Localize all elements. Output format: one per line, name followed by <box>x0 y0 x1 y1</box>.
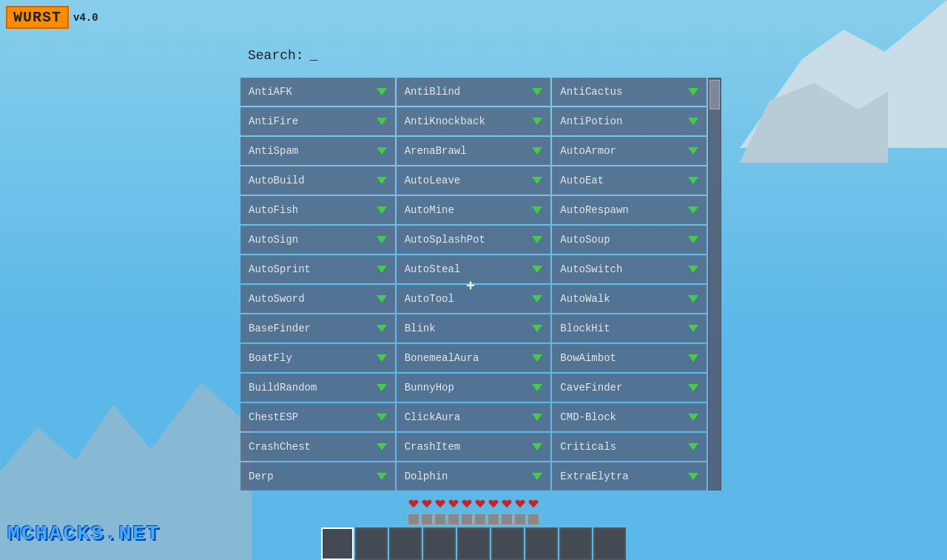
module-btn-blink[interactable]: Blink <box>397 314 551 343</box>
module-name-boatfly: BoatFly <box>249 352 292 364</box>
module-arrow-blink <box>532 325 542 332</box>
wurst-badge: WURST <box>6 6 69 29</box>
armor-9 <box>514 513 526 525</box>
module-arrow-basefinder <box>377 325 387 332</box>
module-btn-autosword[interactable]: AutoSword <box>240 285 395 313</box>
module-btn-basefinder[interactable]: BaseFinder <box>240 314 395 343</box>
module-btn-bowaimbot[interactable]: BowAimbot <box>552 344 707 372</box>
module-btn-antiafk[interactable]: AntiAFK <box>240 78 395 106</box>
armor-bar <box>408 513 539 525</box>
module-btn-antiknockback[interactable]: AntiKnockback <box>397 107 551 135</box>
scrollbar-thumb[interactable] <box>710 80 720 109</box>
module-name-autowalk: AutoWalk <box>560 293 610 305</box>
module-btn-antifire[interactable]: AntiFire <box>240 107 395 135</box>
module-arrow-autoleave <box>532 177 542 184</box>
module-arrow-autoeat <box>688 177 698 184</box>
mchacks-watermark: MCHACKS.NET <box>7 522 161 545</box>
module-name-autorespawn: AutoRespawn <box>560 204 628 216</box>
heart-5 <box>461 499 473 511</box>
module-name-blockhit: BlockHit <box>560 323 610 334</box>
hotbar-slot-2[interactable] <box>355 527 388 560</box>
module-btn-autosign[interactable]: AutoSign <box>240 226 395 254</box>
module-arrow-bunnyhop <box>532 384 542 391</box>
module-arrow-anticactus <box>688 88 698 95</box>
module-arrow-cavefinder <box>688 384 698 391</box>
hotbar-slot-7[interactable] <box>525 527 558 560</box>
hotbar-slot-1[interactable] <box>321 527 354 560</box>
module-arrow-crashitem <box>532 443 542 451</box>
module-name-chestesp: ChestESP <box>249 411 298 423</box>
module-name-clickaura: ClickAura <box>405 411 461 423</box>
module-btn-blockhit[interactable]: BlockHit <box>552 314 707 343</box>
module-arrow-automine <box>532 206 542 214</box>
module-arrow-antiafk <box>377 88 387 95</box>
module-btn-antipotion[interactable]: AntiPotion <box>552 107 707 135</box>
module-btn-autoeat[interactable]: AutoEat <box>552 166 707 195</box>
heart-4 <box>448 499 459 511</box>
module-btn-autofish[interactable]: AutoFish <box>240 196 395 224</box>
hotbar-slot-5[interactable] <box>457 527 490 560</box>
module-btn-bonemealaura[interactable]: BonemealAura <box>397 344 551 372</box>
scrollbar[interactable] <box>708 78 721 490</box>
module-btn-autoarmor[interactable]: AutoArmor <box>552 137 707 165</box>
module-name-criticals: Criticals <box>560 441 616 453</box>
module-arrow-boatfly <box>377 354 387 362</box>
module-arrow-autosteal <box>532 266 542 273</box>
module-arrow-autosprint <box>377 266 387 273</box>
module-btn-crashitem[interactable]: CrashItem <box>397 433 551 461</box>
module-arrow-autobuild <box>377 177 387 184</box>
armor-8 <box>501 513 513 525</box>
module-btn-dolphin[interactable]: Dolphin <box>397 462 551 490</box>
module-btn-autobuild[interactable]: AutoBuild <box>240 166 395 195</box>
module-name-cmd-block: CMD-Block <box>560 411 616 423</box>
module-btn-automine[interactable]: AutoMine <box>397 196 551 224</box>
module-name-autosign: AutoSign <box>249 234 298 246</box>
module-arrow-crashchest <box>377 443 387 451</box>
module-arrow-antipotion <box>688 118 698 125</box>
module-btn-buildrandom[interactable]: BuildRandom <box>240 374 395 402</box>
module-btn-autosprint[interactable]: AutoSprint <box>240 255 395 283</box>
module-arrow-autoarmor <box>688 147 698 155</box>
hotbar-slot-8[interactable] <box>559 527 592 560</box>
module-btn-autoswitch[interactable]: AutoSwitch <box>552 255 707 283</box>
module-arrow-antifire <box>377 118 387 125</box>
module-btn-bunnyhop[interactable]: BunnyHop <box>397 374 551 402</box>
module-btn-criticals[interactable]: Criticals <box>552 433 707 461</box>
module-btn-autosoup[interactable]: AutoSoup <box>552 226 707 254</box>
heart-2 <box>421 499 433 511</box>
module-name-autosoup: AutoSoup <box>560 234 610 246</box>
module-btn-antiblind[interactable]: AntiBlind <box>397 78 551 106</box>
module-btn-anticactus[interactable]: AntiCactus <box>552 78 707 106</box>
module-btn-autorespawn[interactable]: AutoRespawn <box>552 196 707 224</box>
module-btn-cmd-block[interactable]: CMD-Block <box>552 403 707 431</box>
module-btn-derp[interactable]: Derp <box>240 462 395 490</box>
module-arrow-autowalk <box>688 295 698 303</box>
module-name-autosprint: AutoSprint <box>249 263 311 275</box>
module-btn-chestesp[interactable]: ChestESP <box>240 403 395 431</box>
module-btn-arenabrawl[interactable]: ArenaBrawl <box>397 137 551 165</box>
module-btn-extraelytra[interactable]: ExtraElytra <box>552 462 707 490</box>
armor-3 <box>434 513 446 525</box>
module-btn-crashchest[interactable]: CrashChest <box>240 433 395 461</box>
hotbar-slot-9[interactable] <box>593 527 626 560</box>
module-name-antiknockback: AntiKnockback <box>405 115 485 127</box>
module-arrow-extraelytra <box>688 473 698 480</box>
hotbar <box>321 527 626 560</box>
module-arrow-blockhit <box>688 325 698 332</box>
module-name-bowaimbot: BowAimbot <box>560 352 616 364</box>
module-name-extraelytra: ExtraElytra <box>560 470 628 482</box>
hotbar-slot-6[interactable] <box>491 527 524 560</box>
module-name-autotool: AutoTool <box>405 293 454 305</box>
module-btn-boatfly[interactable]: BoatFly <box>240 344 395 372</box>
hotbar-slot-4[interactable] <box>423 527 456 560</box>
module-btn-cavefinder[interactable]: CaveFinder <box>552 374 707 402</box>
heart-1 <box>408 499 419 511</box>
module-btn-antispam[interactable]: AntiSpam <box>240 137 395 165</box>
hotbar-slot-3[interactable] <box>389 527 422 560</box>
module-btn-autosplashpot[interactable]: AutoSplashPot <box>397 226 551 254</box>
module-btn-autowalk[interactable]: AutoWalk <box>552 285 707 313</box>
module-btn-autoleave[interactable]: AutoLeave <box>397 166 551 195</box>
module-arrow-dolphin <box>532 473 542 480</box>
module-btn-clickaura[interactable]: ClickAura <box>397 403 551 431</box>
module-name-antipotion: AntiPotion <box>560 115 622 127</box>
